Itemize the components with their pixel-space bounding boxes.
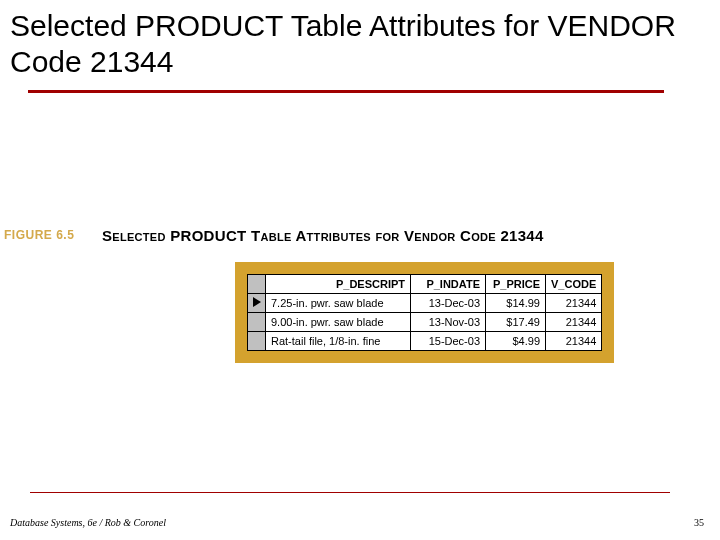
cell-descript: 9.00-in. pwr. saw blade	[266, 313, 411, 332]
cell-vcode: 21344	[546, 332, 602, 351]
figure-number: FIGURE 6.5	[4, 228, 74, 242]
table-header-row: P_DESCRIPT P_INDATE P_PRICE V_CODE	[248, 275, 602, 294]
cell-vcode: 21344	[546, 294, 602, 313]
product-table: P_DESCRIPT P_INDATE P_PRICE V_CODE 7.25-…	[247, 274, 602, 351]
cell-indate: 13-Nov-03	[411, 313, 486, 332]
col-header-indate: P_INDATE	[411, 275, 486, 294]
table-row: Rat-tail file, 1/8-in. fine 15-Dec-03 $4…	[248, 332, 602, 351]
table-row: 9.00-in. pwr. saw blade 13-Nov-03 $17.49…	[248, 313, 602, 332]
row-selector	[248, 332, 266, 351]
col-header-price: P_PRICE	[486, 275, 546, 294]
table-body: 7.25-in. pwr. saw blade 13-Dec-03 $14.99…	[248, 294, 602, 351]
cell-descript: Rat-tail file, 1/8-in. fine	[266, 332, 411, 351]
col-header-descript: P_DESCRIPT	[266, 275, 411, 294]
slide: Selected PRODUCT Table Attributes for VE…	[0, 0, 720, 540]
col-header-vcode: V_CODE	[546, 275, 602, 294]
cell-indate: 13-Dec-03	[411, 294, 486, 313]
cell-price: $17.49	[486, 313, 546, 332]
row-selector	[248, 294, 266, 313]
row-selector-header	[248, 275, 266, 294]
slide-title: Selected PRODUCT Table Attributes for VE…	[0, 0, 720, 90]
current-row-icon	[253, 297, 261, 307]
cell-price: $14.99	[486, 294, 546, 313]
table-row: 7.25-in. pwr. saw blade 13-Dec-03 $14.99…	[248, 294, 602, 313]
figure-caption: Selected PRODUCT Table Attributes for Ve…	[102, 227, 544, 244]
cell-indate: 15-Dec-03	[411, 332, 486, 351]
footer-divider	[30, 492, 670, 493]
cell-price: $4.99	[486, 332, 546, 351]
cell-descript: 7.25-in. pwr. saw blade	[266, 294, 411, 313]
table-container: P_DESCRIPT P_INDATE P_PRICE V_CODE 7.25-…	[235, 262, 614, 363]
row-selector	[248, 313, 266, 332]
cell-vcode: 21344	[546, 313, 602, 332]
footer-citation: Database Systems, 6e / Rob & Coronel	[10, 517, 166, 528]
page-number: 35	[694, 517, 704, 528]
figure-label-bar: FIGURE 6.5 Selected PRODUCT Table Attrib…	[0, 228, 720, 248]
title-underline	[28, 90, 664, 93]
